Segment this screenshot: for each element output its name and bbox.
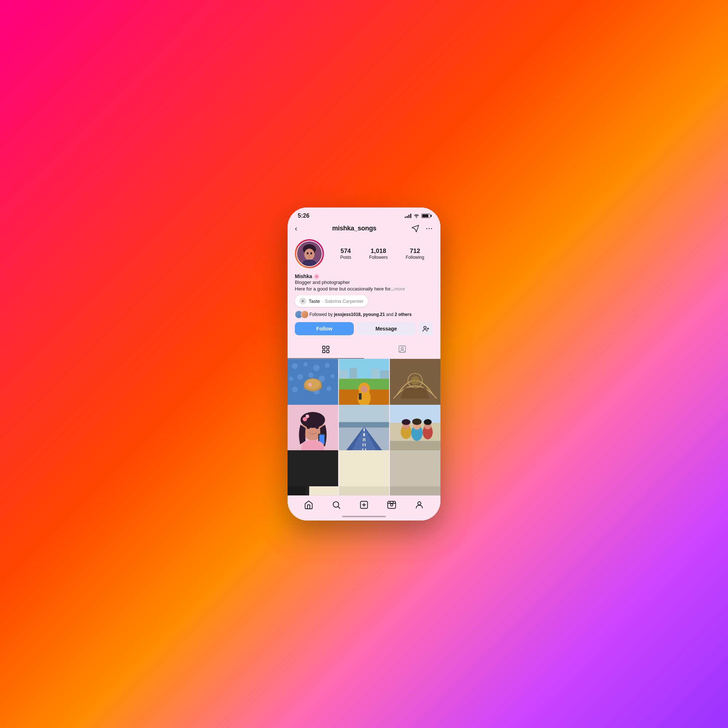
svg-text:♪: ♪ [302,300,303,303]
status-bar: 5:26 [288,208,440,221]
svg-point-15 [424,327,426,329]
profile-icon [414,500,424,509]
music-separator-artist: · Sabrina Carpenter [322,298,363,304]
status-time: 5:26 [298,213,309,219]
nav-create[interactable] [359,500,369,509]
svg-point-53 [411,376,420,385]
message-button[interactable]: Message [357,322,416,335]
follow-button[interactable]: Follow [295,322,354,335]
tab-bar [288,340,440,359]
svg-point-1 [426,228,427,229]
action-buttons: Follow Message [295,322,433,335]
other-followers-count: 2 others [395,312,412,317]
svg-point-9 [309,255,310,256]
svg-point-32 [292,387,298,393]
svg-point-29 [308,373,314,378]
display-name: Mishka 🌸 [295,273,433,279]
svg-point-59 [306,414,309,418]
svg-point-75 [402,419,411,425]
svg-point-61 [315,425,319,429]
bio-more[interactable]: more [394,286,405,292]
bottom-nav [288,496,440,512]
svg-rect-16 [323,346,325,349]
svg-point-8 [310,252,312,254]
nav-home[interactable] [304,500,314,509]
back-button[interactable]: ‹ [295,224,297,232]
photo-cell-1[interactable]: 🌸 [288,359,338,410]
photo-cell-9[interactable] [390,450,440,496]
svg-point-28 [297,374,303,380]
svg-point-35 [327,386,332,391]
more-icon[interactable] [425,225,433,232]
nav-search[interactable] [332,500,341,509]
svg-rect-47 [339,370,348,379]
home-icon [304,500,314,509]
svg-rect-18 [323,350,325,353]
tab-grid[interactable] [288,340,364,359]
svg-point-25 [313,365,320,371]
stat-posts[interactable]: 574 Posts [340,248,351,260]
send-icon[interactable] [411,225,419,232]
svg-rect-70 [339,422,390,427]
music-pill[interactable]: ♪ Taste · Sabrina Carpenter [295,295,368,307]
photo-cell-7[interactable] [288,450,338,496]
nav-right-icons [411,225,433,232]
bio-text-2: Here for a good time but occasionally he… [295,286,394,292]
follower-avatar-2 [301,310,309,318]
bio-line-2: Here for a good time but occasionally he… [295,286,433,292]
photo-cell-3[interactable] [390,359,440,410]
nav-header: ‹ mishka_songs [288,221,440,236]
wifi-icon [413,214,419,218]
svg-rect-95 [388,501,396,509]
stat-following[interactable]: 712 Following [406,248,424,260]
svg-rect-49 [371,369,379,379]
photo-cell-6[interactable] [390,405,440,455]
svg-point-27 [289,377,294,381]
avatar-inner [296,241,323,267]
posts-label: Posts [340,255,351,260]
svg-point-78 [412,419,422,425]
svg-point-81 [424,419,432,425]
followed-by-text: Followed by jessjess1018, pyoung.21 and … [309,312,412,317]
add-person-button[interactable] [419,322,433,335]
avatar-container[interactable] [295,239,324,268]
photo-cell-5[interactable] [339,405,390,455]
tab-tagged[interactable] [364,340,440,359]
svg-point-6 [304,249,315,260]
nav-profile[interactable] [414,500,424,509]
svg-point-26 [325,363,330,368]
svg-rect-87 [339,487,390,496]
svg-point-96 [391,504,393,506]
profile-username-title: mishka_songs [332,225,376,232]
svg-point-38 [306,379,320,390]
svg-rect-89 [390,487,440,496]
photo-cell-4[interactable] [288,405,338,455]
bio-line-1: Blogger and photographer [295,279,433,286]
reels-icon [387,500,396,509]
status-icons [405,214,430,218]
profile-top: 574 Posts 1,018 Followers 712 Following [295,239,433,268]
svg-rect-84 [288,486,306,496]
signal-icon [405,214,411,218]
svg-point-90 [333,502,338,507]
stat-followers[interactable]: 1,018 Followers [369,248,388,260]
svg-rect-46 [359,393,361,400]
svg-point-31 [330,374,335,379]
photo-cell-8[interactable] [339,450,390,496]
battery-icon [422,214,430,218]
svg-point-3 [431,228,432,229]
svg-line-91 [338,507,340,509]
follower-names: jessjess1018, pyoung.21 [334,312,385,317]
svg-rect-85 [309,486,338,496]
create-icon [359,500,369,509]
nav-reels[interactable] [387,500,396,509]
avatar-ring [295,239,324,268]
svg-point-24 [304,362,308,367]
svg-point-2 [429,228,430,229]
svg-rect-50 [380,370,390,379]
follower-avatars [295,310,306,318]
svg-point-100 [418,502,421,505]
home-bar [342,516,386,517]
photo-cell-2[interactable] [339,359,390,410]
following-count: 712 [406,248,424,255]
